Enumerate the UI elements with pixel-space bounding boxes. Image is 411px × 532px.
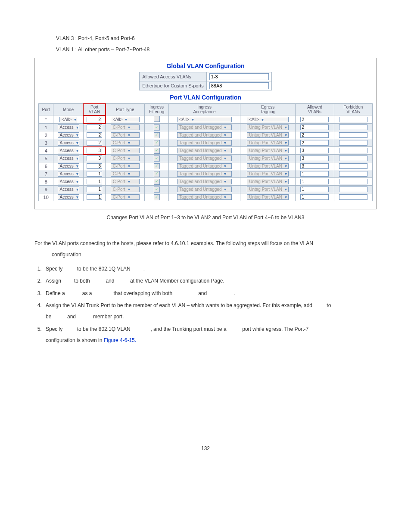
port-type-select[interactable]: C-Port▾ bbox=[111, 171, 140, 177]
ingress-filter-checkbox[interactable]: ✓ bbox=[154, 194, 160, 200]
port-type-select[interactable]: C-Port▾ bbox=[111, 163, 140, 169]
ingress-filter-checkbox[interactable]: ✓ bbox=[154, 124, 160, 131]
port-type-select[interactable]: C-Port▾ bbox=[111, 156, 140, 161]
forbidden-vlans-input[interactable] bbox=[339, 194, 367, 200]
allowed-vlans-input[interactable] bbox=[300, 124, 329, 130]
mode-select[interactable]: Access▾ bbox=[58, 179, 79, 184]
ethertype-input[interactable] bbox=[209, 82, 269, 89]
forbidden-vlans-input[interactable] bbox=[339, 179, 367, 184]
egress-tag-select[interactable]: Untag Port VLAN▾ bbox=[247, 179, 289, 184]
page-number: 132 bbox=[34, 445, 377, 451]
pvlan-input[interactable] bbox=[87, 124, 102, 130]
allowed-vlans-input[interactable] bbox=[300, 171, 329, 177]
pvlan-input[interactable] bbox=[87, 194, 102, 200]
ingress-accept-select[interactable]: Tagged and Untagged▾ bbox=[177, 140, 232, 146]
allowed-vlans-input[interactable] bbox=[300, 163, 329, 169]
mode-select[interactable]: Access▾ bbox=[58, 156, 79, 161]
ingress-filter-checkbox[interactable]: ✓ bbox=[154, 179, 160, 185]
pvlan-input[interactable] bbox=[87, 187, 102, 192]
ingress-accept-select[interactable]: Tagged and Untagged▾ bbox=[177, 148, 232, 153]
mode-select[interactable]: Access▾ bbox=[58, 163, 79, 169]
ingress-filter-checkbox[interactable]: ✓ bbox=[154, 187, 160, 193]
ingress-accept-select[interactable]: Tagged and Untagged▾ bbox=[177, 132, 232, 138]
wc-ifilt-checkbox[interactable] bbox=[154, 116, 160, 122]
wc-egress-select[interactable]: <All>▾ bbox=[247, 117, 289, 122]
ingress-accept-select[interactable]: Tagged and Untagged▾ bbox=[177, 194, 232, 200]
egress-tag-select[interactable]: Untag Port VLAN▾ bbox=[247, 163, 289, 169]
egress-tag-select[interactable]: Untag Port VLAN▾ bbox=[247, 187, 289, 192]
port-type-select[interactable]: C-Port▾ bbox=[111, 179, 140, 184]
pvlan-input[interactable] bbox=[87, 179, 102, 184]
forbidden-vlans-input[interactable] bbox=[339, 148, 367, 153]
ingress-filter-checkbox[interactable]: ✓ bbox=[154, 132, 160, 138]
forbidden-vlans-input[interactable] bbox=[339, 140, 367, 146]
ingress-accept-select[interactable]: Tagged and Untagged▾ bbox=[177, 187, 232, 192]
wc-pvlan-input[interactable] bbox=[87, 117, 102, 122]
egress-tag-select[interactable]: Untag Port VLAN▾ bbox=[247, 140, 289, 146]
allowed-vlans-input[interactable] bbox=[300, 194, 329, 200]
wc-mode-select[interactable]: <All>▾ bbox=[59, 117, 77, 122]
wc-ptype-select[interactable]: <All>▾ bbox=[111, 117, 140, 122]
forbidden-vlans-input[interactable] bbox=[339, 156, 367, 161]
port-type-select[interactable]: C-Port▾ bbox=[111, 140, 140, 146]
ingress-filter-checkbox[interactable]: ✓ bbox=[154, 148, 160, 154]
forbidden-vlans-input[interactable] bbox=[339, 171, 367, 177]
pvlan-input[interactable] bbox=[87, 163, 102, 169]
hdr-port-vlan: Port VLAN bbox=[83, 104, 106, 115]
allowed-vlans-input[interactable] bbox=[300, 132, 329, 138]
pvlan-input[interactable] bbox=[87, 156, 102, 161]
ingress-accept-select[interactable]: Tagged and Untagged▾ bbox=[177, 124, 232, 130]
ingress-accept-select[interactable]: Tagged and Untagged▾ bbox=[177, 171, 232, 177]
pvlan-input[interactable] bbox=[87, 132, 102, 138]
chevron-down-icon: ▾ bbox=[74, 117, 76, 122]
allowed-vlans-input[interactable] bbox=[300, 187, 329, 192]
mode-select[interactable]: Access▾ bbox=[58, 187, 79, 192]
figure-ref-link[interactable]: Figure 4-6-15. bbox=[104, 337, 136, 343]
step-5: Specify to be the 802.1Q VLAN , and the … bbox=[43, 324, 377, 346]
mode-select[interactable]: Access▾ bbox=[58, 148, 79, 153]
global-vlan-title: Global VLAN Configuration bbox=[38, 62, 373, 69]
pvlan-input[interactable] bbox=[87, 171, 102, 177]
egress-tag-select[interactable]: Untag Port VLAN▾ bbox=[247, 124, 289, 130]
port-type-select[interactable]: C-Port▾ bbox=[111, 194, 140, 200]
cell-port: 7 bbox=[39, 170, 53, 178]
ingress-filter-checkbox[interactable]: ✓ bbox=[154, 163, 160, 169]
ingress-accept-select[interactable]: Tagged and Untagged▾ bbox=[177, 156, 232, 161]
ingress-accept-select[interactable]: Tagged and Untagged▾ bbox=[177, 179, 232, 184]
port-type-select[interactable]: C-Port▾ bbox=[111, 148, 140, 153]
pvlan-input[interactable] bbox=[87, 140, 102, 146]
ingress-filter-checkbox[interactable]: ✓ bbox=[154, 156, 160, 162]
forbidden-vlans-input[interactable] bbox=[339, 132, 367, 138]
ingress-accept-select[interactable]: Tagged and Untagged▾ bbox=[177, 163, 232, 169]
wc-forbidden-input[interactable] bbox=[339, 117, 367, 122]
allowed-vlans-input[interactable] bbox=[300, 156, 329, 161]
pvlan-input[interactable] bbox=[87, 148, 102, 153]
mode-select[interactable]: Access▾ bbox=[58, 140, 79, 146]
allowed-vlans-input[interactable] bbox=[300, 179, 329, 184]
port-type-select[interactable]: C-Port▾ bbox=[111, 124, 140, 130]
mode-select[interactable]: Access▾ bbox=[58, 132, 79, 138]
wc-allowed-input[interactable] bbox=[300, 117, 329, 122]
egress-tag-select[interactable]: Untag Port VLAN▾ bbox=[247, 148, 289, 153]
ingress-filter-checkbox[interactable]: ✓ bbox=[154, 140, 160, 146]
allowed-vlans-input[interactable] bbox=[300, 148, 329, 153]
forbidden-vlans-input[interactable] bbox=[339, 124, 367, 130]
mode-select[interactable]: Access▾ bbox=[58, 124, 79, 130]
egress-tag-select[interactable]: Untag Port VLAN▾ bbox=[247, 132, 289, 138]
ingress-filter-checkbox[interactable]: ✓ bbox=[154, 171, 160, 177]
allowed-vlans-input[interactable] bbox=[300, 140, 329, 146]
port-type-select[interactable]: C-Port▾ bbox=[111, 187, 140, 192]
forbidden-vlans-input[interactable] bbox=[339, 163, 367, 169]
egress-tag-select[interactable]: Untag Port VLAN▾ bbox=[247, 171, 289, 177]
allowed-access-input[interactable] bbox=[209, 73, 269, 80]
mode-select[interactable]: Access▾ bbox=[58, 194, 79, 200]
egress-tag-select[interactable]: Untag Port VLAN▾ bbox=[247, 156, 289, 161]
chevron-down-icon: ▾ bbox=[224, 148, 226, 153]
port-type-select[interactable]: C-Port▾ bbox=[111, 132, 140, 138]
wc-iaccept-select[interactable]: <All>▾ bbox=[177, 117, 232, 122]
forbidden-vlans-input[interactable] bbox=[339, 187, 367, 192]
chevron-down-icon: ▾ bbox=[76, 125, 78, 130]
mode-select[interactable]: Access▾ bbox=[58, 171, 79, 177]
egress-tag-select[interactable]: Untag Port VLAN▾ bbox=[247, 194, 289, 200]
hdr-allowed-vlans: Allowed VLANs bbox=[296, 104, 334, 115]
